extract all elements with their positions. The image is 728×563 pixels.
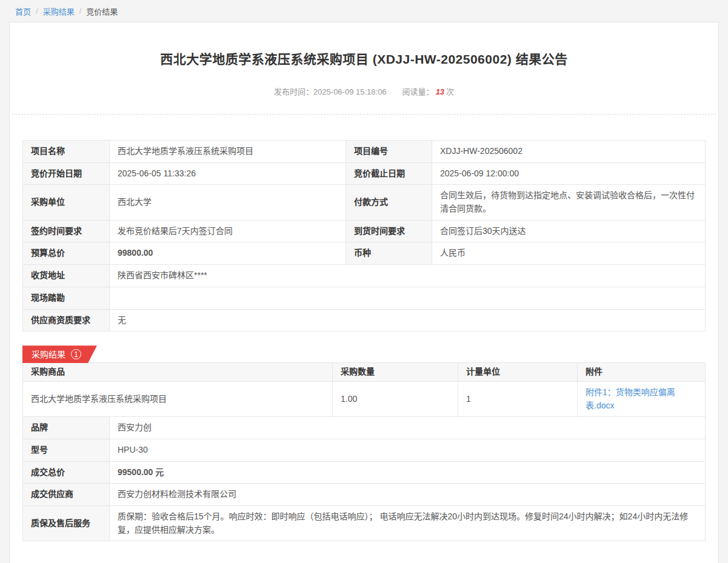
product-name: 西北大学地质学系液压系统采购项目	[23, 381, 333, 416]
field-label: 成交总价	[23, 461, 110, 484]
deal-total-price-value: 99500.00 元	[110, 461, 706, 484]
breadcrumb-home-link[interactable]: 首页	[15, 5, 31, 17]
breadcrumb-current-page: 竞价结果	[86, 5, 118, 17]
publish-meta: 发布时间：2025-06-09 15:18:06阅读量：13次	[10, 85, 718, 97]
table-row: 竞价开始日期 2025-06-05 11:33:26 竞价截止日期 2025-0…	[23, 162, 706, 185]
field-value: 人民币	[432, 242, 706, 265]
field-label: 项目编号	[346, 141, 432, 163]
column-header-attachment: 附件	[578, 363, 706, 382]
result-badge-label: 采购结果	[32, 348, 65, 360]
publish-time-label: 发布时间：	[274, 87, 313, 96]
read-count-value: 13	[436, 87, 444, 96]
field-label: 项目名称	[23, 141, 110, 163]
column-header-quantity: 采购数量	[333, 363, 458, 382]
table-row: 现场踏勘	[23, 287, 706, 309]
table-header-row: 采购商品 采购数量 计量单位 附件	[23, 363, 706, 382]
procurement-result-table: 采购商品 采购数量 计量单位 附件 西北大学地质学系液压系统采购项目 1.00 …	[22, 362, 706, 541]
field-label: 供应商资质要求	[23, 309, 110, 331]
field-label: 成交供应商	[23, 484, 110, 506]
column-header-unit: 计量单位	[458, 363, 578, 382]
field-value: 西北大学地质学系液压系统采购项目	[110, 141, 346, 163]
field-value: 2025-06-05 11:33:26	[110, 162, 346, 185]
field-value: 陕西省西安市碑林区****	[110, 265, 706, 287]
field-label: 签约时间要求	[23, 220, 110, 242]
field-label: 竞价截止日期	[346, 162, 432, 185]
field-label: 型号	[23, 439, 110, 461]
field-value	[110, 287, 706, 309]
field-value: 合同生效后，待货物到达指定地点、安装调试验收合格后，一次性付清合同货款。	[432, 185, 706, 220]
announcement-card: 西北大学地质学系液压系统采购项目 (XDJJ-HW-202506002) 结果公…	[9, 22, 719, 563]
field-label: 付款方式	[346, 185, 432, 220]
brand-value: 西安力创	[110, 417, 706, 439]
table-row: 采购单位 西北大学 付款方式 合同生效后，待货物到达指定地点、安装调试验收合格后…	[23, 185, 706, 220]
column-header-product: 采购商品	[23, 363, 333, 382]
field-value: XDJJ-HW-202506002	[432, 141, 706, 163]
field-label: 预算总价	[23, 242, 110, 265]
model-value: HPU-30	[110, 439, 706, 461]
attachment-link[interactable]: 附件1：货物类响应偏离表.docx	[586, 387, 675, 410]
field-value: 合同签订后30天内送达	[432, 220, 706, 242]
product-quantity: 1.00	[333, 381, 458, 416]
field-value: 发布竞价结果后7天内签订合同	[110, 220, 346, 242]
table-row: 供应商资质要求 无	[23, 309, 706, 331]
field-label: 币种	[346, 242, 432, 265]
breadcrumb-separator: /	[79, 7, 82, 16]
result-section-badge: 采购结果 1	[22, 345, 97, 363]
read-count-unit: 次	[446, 87, 454, 96]
field-label: 采购单位	[23, 185, 110, 220]
table-row: 品牌 西安力创	[23, 417, 706, 439]
page-title: 西北大学地质学系液压系统采购项目 (XDJJ-HW-202506002) 结果公…	[46, 49, 682, 67]
table-row: 收货地址 陕西省西安市碑林区****	[23, 265, 706, 287]
table-row: 成交总价 99500.00 元	[23, 461, 706, 484]
table-row: 预算总价 99800.00 币种 人民币	[23, 242, 706, 265]
project-info-table: 项目名称 西北大学地质学系液压系统采购项目 项目编号 XDJJ-HW-20250…	[22, 140, 706, 331]
field-label: 收货地址	[23, 265, 110, 287]
table-row: 质保及售后服务 质保期：验收合格后15个月。响应时效：即时响应（包括电话响应）；…	[23, 506, 706, 541]
budget-total-value: 99800.00	[110, 242, 346, 265]
publish-time-value: 2025-06-09 15:18:06	[313, 87, 387, 96]
result-count-badge: 1	[71, 349, 81, 359]
warranty-service-value: 质保期：验收合格后15个月。响应时效：即时响应（包括电话响应）； 电话响应无法解…	[110, 506, 706, 541]
breadcrumb-procurement-results-link[interactable]: 采购结果	[43, 5, 75, 17]
field-value: 2025-06-09 12:00:00	[432, 162, 706, 185]
field-label: 竞价开始日期	[23, 162, 110, 185]
table-row: 项目名称 西北大学地质学系液压系统采购项目 项目编号 XDJJ-HW-20250…	[23, 141, 706, 163]
field-label: 现场踏勘	[23, 287, 110, 309]
field-value: 无	[110, 309, 706, 331]
field-label: 品牌	[23, 417, 110, 439]
field-label: 质保及售后服务	[23, 506, 110, 541]
divider	[12, 114, 716, 115]
product-row: 西北大学地质学系液压系统采购项目 1.00 1 附件1：货物类响应偏离表.doc…	[23, 381, 706, 416]
read-count-label: 阅读量：	[402, 87, 434, 96]
table-row: 型号 HPU-30	[23, 439, 706, 461]
table-row: 成交供应商 西安力创材料检测技术有限公司	[23, 484, 706, 506]
field-value: 西北大学	[110, 185, 346, 220]
table-row: 签约时间要求 发布竞价结果后7天内签订合同 到货时间要求 合同签订后30天内送达	[23, 220, 706, 242]
winning-supplier-value: 西安力创材料检测技术有限公司	[110, 484, 706, 506]
breadcrumb-separator: /	[36, 7, 38, 16]
field-label: 到货时间要求	[346, 220, 432, 242]
product-unit: 1	[458, 381, 578, 416]
breadcrumb: 首页 / 采购结果 / 竞价结果	[0, 0, 728, 22]
